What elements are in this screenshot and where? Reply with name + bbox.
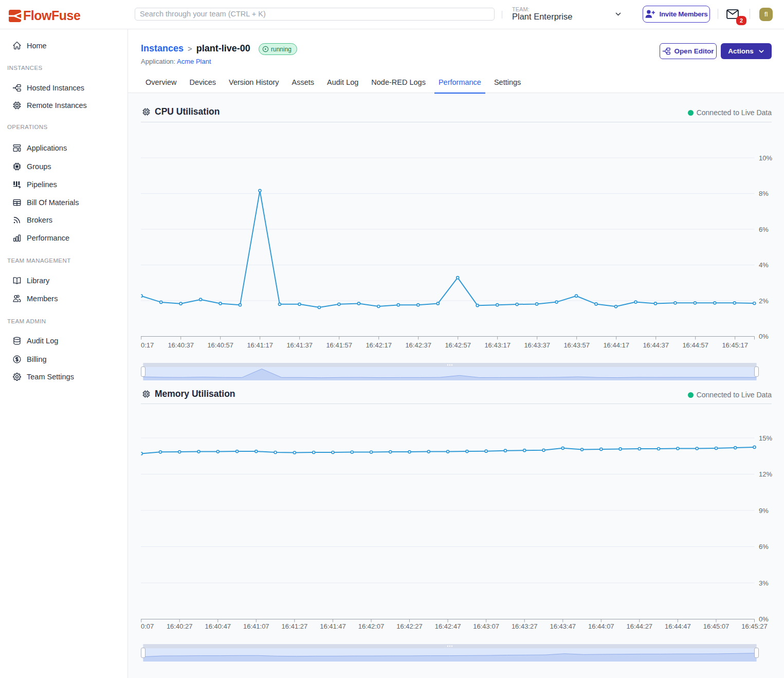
svg-text:16:44:37: 16:44:37 [643, 341, 669, 349]
svg-text:16:43:17: 16:43:17 [484, 341, 510, 349]
svg-text:12%: 12% [759, 470, 772, 478]
svg-text:4%: 4% [759, 261, 769, 269]
svg-text:16:43:07: 16:43:07 [473, 622, 499, 630]
svg-text:8%: 8% [759, 190, 769, 197]
svg-text:0%: 0% [759, 333, 769, 340]
svg-text:16:42:37: 16:42:37 [405, 341, 431, 349]
svg-text:0:07: 0:07 [141, 622, 154, 630]
svg-text:16:41:37: 16:41:37 [286, 341, 313, 349]
svg-text:16:41:27: 16:41:27 [282, 622, 308, 630]
svg-text:16:40:27: 16:40:27 [167, 622, 193, 630]
svg-text:16:41:17: 16:41:17 [247, 341, 273, 349]
svg-text:16:45:27: 16:45:27 [741, 622, 768, 630]
svg-text:16:45:17: 16:45:17 [722, 341, 748, 349]
svg-text:16:42:57: 16:42:57 [445, 341, 471, 349]
svg-text:16:42:27: 16:42:27 [396, 622, 423, 630]
svg-text:16:44:57: 16:44:57 [682, 341, 708, 349]
svg-text:16:41:07: 16:41:07 [243, 622, 269, 630]
svg-text:16:40:47: 16:40:47 [205, 622, 231, 630]
svg-text:16:42:47: 16:42:47 [435, 622, 461, 630]
svg-text:16:41:57: 16:41:57 [326, 341, 352, 349]
svg-text:16:43:47: 16:43:47 [550, 622, 576, 630]
svg-text:9%: 9% [759, 507, 769, 515]
svg-text:15%: 15% [759, 434, 772, 442]
svg-text:0%: 0% [759, 615, 769, 623]
svg-text:2%: 2% [759, 297, 769, 305]
svg-text:16:45:07: 16:45:07 [703, 622, 730, 630]
svg-text:16:41:47: 16:41:47 [320, 622, 346, 630]
svg-text:3%: 3% [759, 579, 769, 587]
svg-text:16:44:27: 16:44:27 [626, 622, 652, 630]
svg-text:10%: 10% [759, 154, 772, 162]
svg-text:16:43:37: 16:43:37 [524, 341, 550, 349]
svg-text:16:42:17: 16:42:17 [366, 341, 392, 349]
svg-text:6%: 6% [759, 226, 769, 233]
svg-text:16:44:07: 16:44:07 [588, 622, 614, 630]
svg-text:16:44:17: 16:44:17 [603, 341, 629, 349]
svg-text:16:43:57: 16:43:57 [563, 341, 590, 349]
svg-text:0:17: 0:17 [141, 341, 154, 349]
svg-text:16:40:37: 16:40:37 [168, 341, 194, 349]
svg-text:16:42:07: 16:42:07 [358, 622, 385, 630]
svg-text:16:44:47: 16:44:47 [665, 622, 691, 630]
svg-text:6%: 6% [759, 543, 769, 551]
svg-text:16:43:27: 16:43:27 [512, 622, 538, 630]
svg-text:16:40:57: 16:40:57 [207, 341, 233, 349]
